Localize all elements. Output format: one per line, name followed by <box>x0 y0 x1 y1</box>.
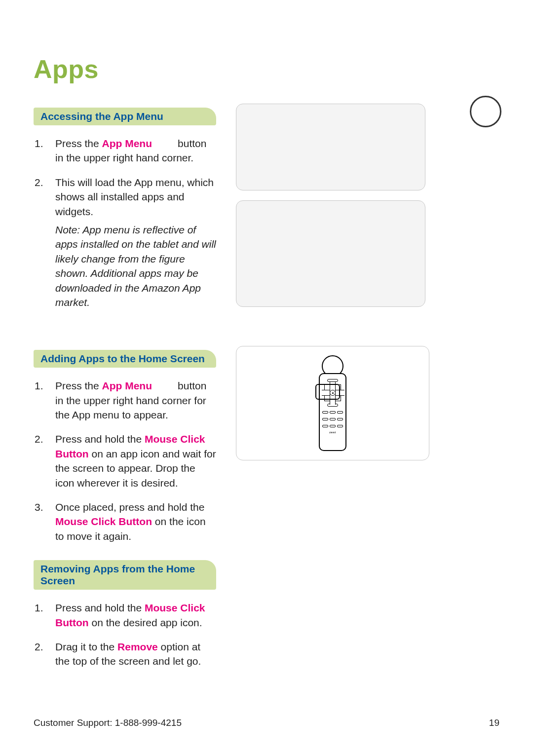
app-menu-highlight: App Menu <box>102 380 152 391</box>
list-item: 2. Press and hold the Mouse Click Button… <box>53 432 216 490</box>
list-item: 1. Press the App Menubutton in the upper… <box>53 136 216 165</box>
list-item: 1. Press the App Menubutton in the upper… <box>53 378 216 422</box>
heading-accessing: Accessing the App Menu <box>34 108 216 125</box>
page-title: Apps <box>34 54 499 84</box>
customer-support-text: Customer Support: 1-888-999-4215 <box>34 718 182 728</box>
heading-removing: Removing Apps from the Home Screen <box>34 560 216 590</box>
list-item: 3. Once placed, press and hold the Mouse… <box>53 500 216 543</box>
remove-highlight: Remove <box>117 641 158 652</box>
section-adding: Adding Apps to the Home Screen 1. Press … <box>34 346 499 553</box>
list-item: 1. Press and hold the Mouse Click Button… <box>53 601 216 630</box>
dpad-callout-icon <box>315 384 340 400</box>
steps-adding: 1. Press the App Menubutton in the upper… <box>34 378 216 543</box>
list-item: 2. This will load the App menu, which sh… <box>53 175 216 310</box>
note-text: Note: App menu is reflective of apps ins… <box>55 223 216 309</box>
remote-illustration-box: zest <box>236 346 429 460</box>
steps-accessing: 1. Press the App Menubutton in the upper… <box>34 136 216 309</box>
tablet-apps-screenshot-icon <box>236 200 425 307</box>
remote-icon: zest <box>319 355 346 451</box>
heading-adding: Adding Apps to the Home Screen <box>34 350 216 368</box>
page-number: 19 <box>489 718 499 728</box>
remote-brand-label: zest <box>329 431 336 434</box>
app-menu-highlight: App Menu <box>102 138 152 149</box>
page: Apps Accessing the App Menu 1. Press the… <box>0 0 533 756</box>
section-removing: Removing Apps from the Home Screen 1. Pr… <box>34 560 216 669</box>
section-accessing: Accessing the App Menu 1. Press the App … <box>34 104 499 319</box>
tablet-home-screenshot-icon <box>236 104 425 190</box>
steps-removing: 1. Press and hold the Mouse Click Button… <box>34 601 216 669</box>
mouse-click-highlight: Mouse Click Button <box>55 516 152 527</box>
page-footer: Customer Support: 1-888-999-4215 19 <box>34 718 499 728</box>
list-item: 2. Drag it to the Remove option at the t… <box>53 640 216 669</box>
circle-callout-icon <box>470 96 501 127</box>
